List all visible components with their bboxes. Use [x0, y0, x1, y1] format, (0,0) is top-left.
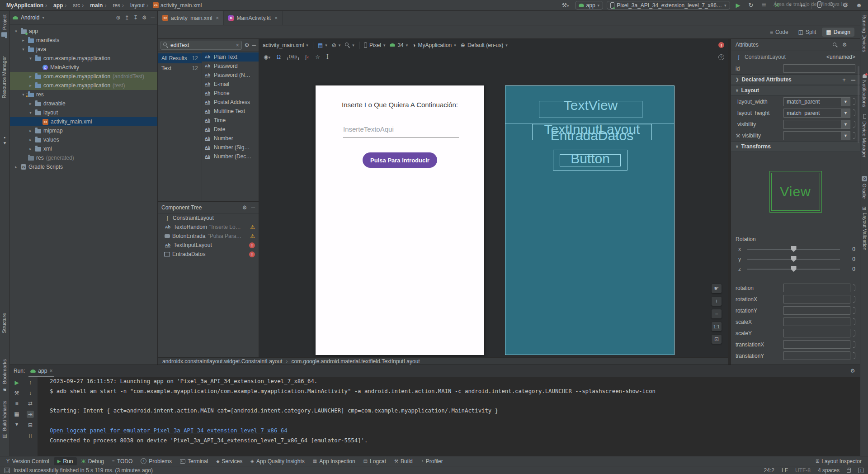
expand-arrow-icon[interactable]: ▸	[21, 38, 26, 43]
restart-button[interactable]: ↻	[746, 2, 756, 9]
gear-icon[interactable]: ⚙	[142, 14, 147, 21]
transform-input[interactable]	[783, 351, 850, 360]
transform-input[interactable]	[783, 318, 850, 326]
tree-item[interactable]: ▸ mipmap	[10, 126, 157, 135]
run-button[interactable]: ▶	[734, 2, 743, 9]
gear-icon[interactable]: ⚙	[245, 42, 250, 48]
component-tree-item[interactable]: EntradaDatos !	[158, 250, 259, 259]
run-tab-app[interactable]: app ×	[28, 365, 54, 377]
layout-section[interactable]: ∨Layout	[731, 85, 860, 96]
close-icon[interactable]: ×	[274, 15, 278, 21]
tool-stripe-gradle[interactable]: Gradle	[862, 176, 867, 199]
night-mode-icon[interactable]: ▾	[345, 43, 354, 47]
transform-input[interactable]	[783, 295, 850, 303]
locate-file-icon[interactable]: ⊕	[116, 14, 121, 21]
tree-item[interactable]: MainActivity	[10, 63, 157, 72]
tool-window-button[interactable]: App Quality Insights	[247, 457, 308, 465]
editor-tab[interactable]: activity_main.xml ×	[158, 11, 224, 25]
tool-window-button[interactable]: Logcat	[360, 457, 390, 465]
default-margin-control[interactable]: 0dp	[287, 54, 299, 60]
design-preview-phone[interactable]: Inserte Lo Que Quiera A Continuación: In…	[316, 85, 484, 355]
pick-resource-button[interactable]	[853, 352, 855, 359]
clear-all-icon[interactable]: ▯	[29, 432, 32, 439]
pick-resource-button[interactable]	[853, 98, 855, 105]
pick-resource-button[interactable]	[853, 341, 855, 348]
restore-layout-icon[interactable]: ▦	[14, 411, 19, 417]
close-icon[interactable]: ×	[49, 368, 52, 374]
preview-text-input[interactable]: InserteTextoAqui	[343, 125, 459, 137]
indent-setting[interactable]: 4 spaces	[818, 467, 840, 474]
expand-arrow-icon[interactable]: ▸	[14, 165, 19, 169]
device-manager-icon[interactable]	[815, 1, 824, 9]
device-selector[interactable]: Pixel_3a_API_34_extension_level_7_x86… ▾	[607, 1, 730, 9]
tree-item[interactable]: ▸ xml	[10, 144, 157, 153]
tree-item[interactable]: ▾ com.example.myapplication	[10, 54, 157, 63]
breadcrumb-item[interactable]: res	[104, 2, 121, 9]
palette-item[interactable]: Postal Address	[202, 98, 259, 107]
tree-item[interactable]: activity_main.xml	[10, 117, 157, 126]
debug-button[interactable]: Ж	[772, 2, 782, 9]
tool-window-button[interactable]: Build	[391, 457, 416, 465]
pick-resource-button[interactable]	[853, 121, 855, 128]
expand-arrow-icon[interactable]: ▸	[28, 137, 33, 142]
tool-window-button[interactable]: Debug	[78, 457, 108, 465]
palette-category[interactable]: All Results 12	[158, 53, 202, 63]
attribute-dropdown[interactable]: match_parent ▼	[783, 109, 850, 118]
breadcrumb-item[interactable]: activity_main.xml	[146, 2, 203, 9]
project-view-selector[interactable]: Android	[21, 14, 39, 21]
clear-search-icon[interactable]: ×	[236, 42, 239, 48]
pick-resource-button[interactable]	[853, 132, 855, 139]
status-message[interactable]: Install successfully finished in 5 s 119…	[14, 467, 153, 474]
add-attribute-button[interactable]: +	[842, 76, 846, 83]
coverage-run-icon[interactable]: ≣	[759, 2, 769, 9]
breadcrumb-item[interactable]: app	[44, 2, 64, 9]
tool-stripe-device-manager[interactable]: Device Manager	[862, 114, 867, 157]
tool-stripe-project[interactable]: Project	[1, 14, 7, 37]
attribute-dropdown[interactable]: match_parent ▼	[783, 97, 850, 106]
tree-item[interactable]: ▸ manifests	[10, 36, 157, 45]
theme-selector[interactable]: ◑ MyApplication ▾	[412, 42, 456, 48]
gear-icon[interactable]: ⚙	[850, 368, 855, 374]
blueprint-button-box[interactable]: Button	[553, 150, 627, 171]
editor-tab[interactable]: MainActivity.kt ×	[224, 11, 283, 25]
device-for-preview-selector[interactable]: Pixel ▾	[364, 42, 386, 48]
palette-item[interactable]: Phone	[202, 89, 259, 98]
tool-window-button[interactable]: TODO	[108, 457, 136, 465]
design-surface[interactable]: activity_main.xml ▾ ▤▾ ⊘▾ ▾ Pixel ▾ 34 ▾…	[259, 39, 728, 357]
zoom-ratio-button[interactable]: 1:1	[712, 322, 722, 331]
tool-window-button[interactable]: Services	[212, 457, 246, 465]
palette-item[interactable]: Password	[202, 62, 259, 71]
tree-item[interactable]: res (generated)	[10, 153, 157, 162]
tool-stripe-notifications[interactable]: Notifications	[862, 74, 867, 107]
designer-breadcrumb-item[interactable]: com.google.android.material.textfield.Te…	[283, 358, 421, 365]
pick-resource-button[interactable]	[853, 307, 855, 314]
attributes-scrollbar[interactable]	[858, 66, 859, 143]
run-config-selector[interactable]: app ▾	[575, 1, 604, 9]
expand-arrow-icon[interactable]: ▸	[28, 74, 33, 79]
tool-window-button[interactable]: Profiler	[417, 457, 447, 465]
design-blueprint-toggle[interactable]: ▤▾	[318, 42, 327, 48]
palette-item[interactable]: Plain Text	[202, 52, 259, 62]
close-icon[interactable]: ×	[216, 15, 219, 21]
pin-tab-icon[interactable]: ▾	[15, 421, 18, 427]
tree-item[interactable]: ▾ java	[10, 45, 157, 54]
scroll-to-end-icon[interactable]: ⇥	[27, 411, 34, 418]
hide-panel-icon[interactable]: ─	[252, 42, 256, 48]
transforms-section[interactable]: ∨Transforms	[731, 141, 860, 152]
edit-configuration-wrench-icon[interactable]: ⚒	[14, 390, 19, 396]
view-mode-tab[interactable]: Split	[794, 28, 821, 37]
expand-arrow-icon[interactable]: ▾	[28, 110, 33, 115]
tool-window-button[interactable]: Layout Inspector	[812, 457, 865, 465]
autoconnect-magnet-icon[interactable]: Ω	[277, 54, 281, 60]
expand-arrow-icon[interactable]: ▸	[28, 128, 33, 133]
pick-resource-button[interactable]	[853, 296, 855, 303]
api-version-selector[interactable]: 34 ▾	[390, 42, 408, 48]
expand-arrow-icon[interactable]: ▾	[28, 56, 33, 61]
slider-thumb[interactable]	[791, 266, 797, 272]
down-stack-trace-icon[interactable]: ↓	[29, 390, 32, 396]
tool-window-button[interactable]: Run	[54, 457, 77, 465]
palette-item[interactable]: Password (N…	[202, 71, 259, 80]
palette-item[interactable]: Number (Dec…	[202, 152, 259, 161]
rotation-slider[interactable]	[747, 259, 840, 260]
hide-panel-icon[interactable]: ─	[151, 14, 155, 21]
